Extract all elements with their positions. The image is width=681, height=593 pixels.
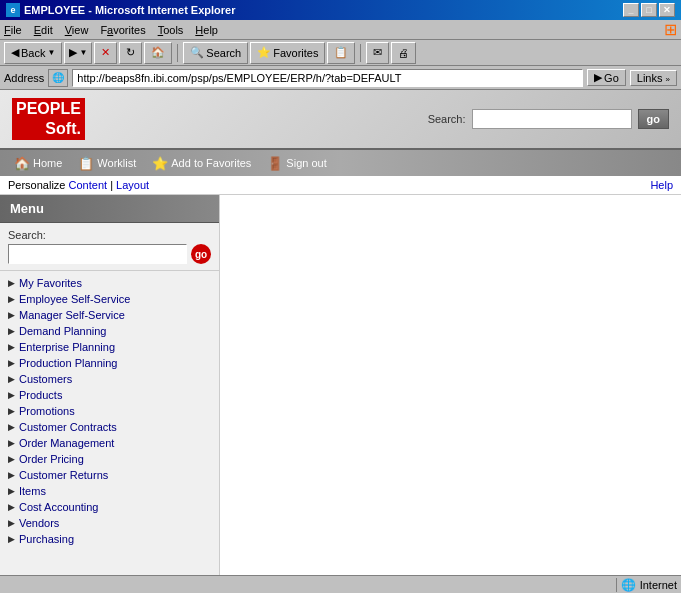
sidebar-title: Menu <box>10 201 44 216</box>
menu-item[interactable]: ▶Promotions <box>0 403 219 419</box>
mail-icon: ✉ <box>373 46 382 59</box>
mail-button[interactable]: ✉ <box>366 42 389 64</box>
home-nav-icon: 🏠 <box>14 156 30 171</box>
app-icon: e <box>6 3 20 17</box>
menu-item-label: Promotions <box>19 405 75 417</box>
menu-edit[interactable]: Edit <box>34 24 53 36</box>
nav-worklist[interactable]: 📋 Worklist <box>72 156 142 171</box>
personalize-content-link[interactable]: Content <box>69 179 108 191</box>
menu-arrow-icon: ▶ <box>8 502 15 512</box>
print-button[interactable]: 🖨 <box>391 42 416 64</box>
menu-item[interactable]: ▶Enterprise Planning <box>0 339 219 355</box>
home-icon: 🏠 <box>151 46 165 59</box>
menu-item[interactable]: ▶Customer Returns <box>0 467 219 483</box>
header-search-area: Search: go <box>428 109 669 129</box>
minimize-button[interactable]: _ <box>623 3 639 17</box>
header-go-button[interactable]: go <box>638 109 669 129</box>
sidebar-go-button[interactable]: go <box>191 244 211 264</box>
print-icon: 🖨 <box>398 47 409 59</box>
home-button[interactable]: 🏠 <box>144 42 172 64</box>
forward-arrow-icon: ▶ <box>69 46 77 59</box>
worklist-nav-icon: 📋 <box>78 156 94 171</box>
menu-tools[interactable]: Tools <box>158 24 184 36</box>
menu-item[interactable]: ▶Cost Accounting <box>0 499 219 515</box>
help-link[interactable]: Help <box>650 179 673 191</box>
menu-item-label: Items <box>19 485 46 497</box>
go-button[interactable]: ▶ Go <box>587 69 626 86</box>
menu-bar: File Edit View Favorites Tools Help ⊞ <box>0 20 681 40</box>
menu-item[interactable]: ▶Order Management <box>0 435 219 451</box>
menu-file[interactable]: File <box>4 24 22 36</box>
history-button[interactable]: 📋 <box>327 42 355 64</box>
menu-arrow-icon: ▶ <box>8 470 15 480</box>
menu-item[interactable]: ▶Production Planning <box>0 355 219 371</box>
sidebar-search-input[interactable] <box>8 244 187 264</box>
header-search-label: Search: <box>428 113 466 125</box>
menu-view[interactable]: View <box>65 24 89 36</box>
history-icon: 📋 <box>334 46 348 59</box>
go-arrow-icon: ▶ <box>594 71 602 84</box>
personalize-bar: Personalize Content | Layout Help <box>0 176 681 195</box>
nav-home[interactable]: 🏠 Home <box>8 156 68 171</box>
menu-item-label: Enterprise Planning <box>19 341 115 353</box>
maximize-button[interactable]: □ <box>641 3 657 17</box>
stop-button[interactable]: ✕ <box>94 42 117 64</box>
refresh-button[interactable]: ↻ <box>119 42 142 64</box>
nav-add-favorites-label: Add to Favorites <box>171 157 251 169</box>
sidebar-search-area: Search: go <box>0 223 219 271</box>
back-arrow-icon: ◀ <box>11 46 19 59</box>
close-button[interactable]: ✕ <box>659 3 675 17</box>
menu-item[interactable]: ▶Customers <box>0 371 219 387</box>
personalize-prefix: Personalize <box>8 179 65 191</box>
toolbar-separator-1 <box>177 44 178 62</box>
status-bar: 🌐 Internet <box>0 575 681 593</box>
search-button[interactable]: 🔍 Search <box>183 42 248 64</box>
menu-arrow-icon: ▶ <box>8 342 15 352</box>
address-icon: 🌐 <box>48 69 68 87</box>
menu-arrow-icon: ▶ <box>8 310 15 320</box>
menu-arrow-icon: ▶ <box>8 534 15 544</box>
menu-item[interactable]: ▶Purchasing <box>0 531 219 547</box>
menu-item[interactable]: ▶Products <box>0 387 219 403</box>
menu-item[interactable]: ▶My Favorites <box>0 275 219 291</box>
links-button[interactable]: Links » <box>630 70 677 86</box>
personalize-layout-link[interactable]: Layout <box>116 179 149 191</box>
menu-help[interactable]: Help <box>195 24 218 36</box>
menu-item[interactable]: ▶Demand Planning <box>0 323 219 339</box>
nav-worklist-label: Worklist <box>97 157 136 169</box>
menu-favorites[interactable]: Favorites <box>100 24 145 36</box>
logo-text-people: PEOPLE <box>12 98 85 120</box>
menu-item[interactable]: ▶Items <box>0 483 219 499</box>
menu-item-label: My Favorites <box>19 277 82 289</box>
back-button[interactable]: ◀ Back ▼ <box>4 42 62 64</box>
content-area: PEOPLE Soft. Search: go 🏠 Home 📋 Worklis… <box>0 90 681 575</box>
forward-button[interactable]: ▶ ▼ <box>64 42 92 64</box>
menu-arrow-icon: ▶ <box>8 438 15 448</box>
nav-add-favorites[interactable]: ⭐ Add to Favorites <box>146 156 257 171</box>
zone-label: Internet <box>640 579 677 591</box>
menu-item-label: Vendors <box>19 517 59 529</box>
links-label: Links <box>637 72 663 84</box>
menu-item[interactable]: ▶Customer Contracts <box>0 419 219 435</box>
menu-arrow-icon: ▶ <box>8 294 15 304</box>
sidebar-go-icon: go <box>195 249 207 260</box>
menu-item[interactable]: ▶Employee Self-Service <box>0 291 219 307</box>
menu-arrow-icon: ▶ <box>8 518 15 528</box>
header-search-input[interactable] <box>472 109 632 129</box>
menu-arrow-icon: ▶ <box>8 454 15 464</box>
ps-header: PEOPLE Soft. Search: go <box>0 90 681 150</box>
menu-item-label: Cost Accounting <box>19 501 99 513</box>
menu-item[interactable]: ▶Vendors <box>0 515 219 531</box>
nav-sign-out[interactable]: 🚪 Sign out <box>261 156 332 171</box>
menu-arrow-icon: ▶ <box>8 390 15 400</box>
sidebar-header: Menu <box>0 195 219 223</box>
menu-item-label: Customer Returns <box>19 469 108 481</box>
go-label: Go <box>604 72 619 84</box>
favorites-button[interactable]: ⭐ Favorites <box>250 42 325 64</box>
address-input[interactable] <box>72 69 583 87</box>
status-right: 🌐 Internet <box>616 578 677 592</box>
menu-item[interactable]: ▶Order Pricing <box>0 451 219 467</box>
menu-item-label: Production Planning <box>19 357 117 369</box>
nav-home-label: Home <box>33 157 62 169</box>
menu-item[interactable]: ▶Manager Self-Service <box>0 307 219 323</box>
